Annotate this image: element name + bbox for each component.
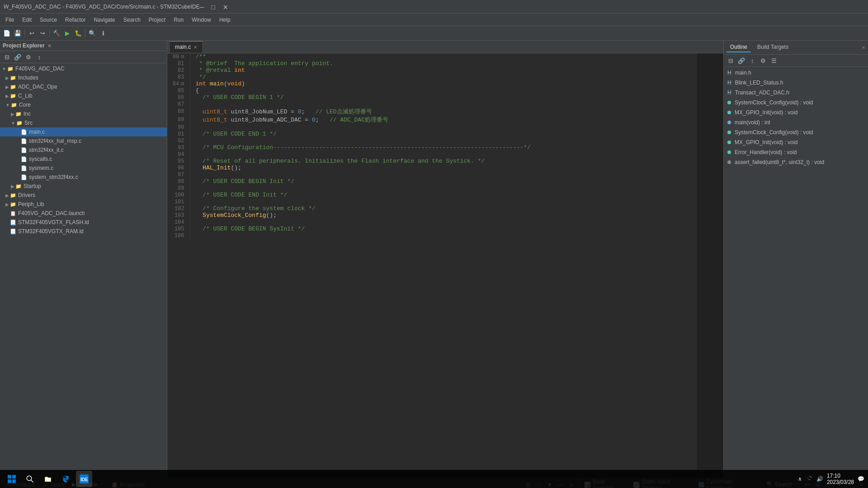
tree-item-system[interactable]: ▶ 📄 system_stm32f4xx.c <box>0 173 167 182</box>
outline-item-sysclock-def[interactable]: SystemClock_Config(void) : void <box>724 127 868 137</box>
line-95: 95 /* Reset of all peripherals. Initiali… <box>167 158 696 164</box>
pe-header: Project Explorer ✕ <box>0 41 167 51</box>
outline-item-blink-h[interactable]: H Blink_LED_Status.h <box>724 78 868 88</box>
tree-item-hal-msp[interactable]: ▶ 📄 stm32f4xx_hal_msp.c <box>0 136 167 145</box>
menu-source[interactable]: Source <box>36 15 61 25</box>
save-button[interactable]: 💾 <box>13 28 23 38</box>
outline-item-mx-gpio-init[interactable]: MX_GPIO_Init(void) : void <box>724 108 868 117</box>
line-content-98: /* USER CODE BEGIN Init */ <box>190 178 696 185</box>
menu-help[interactable]: Help <box>216 15 234 25</box>
outline-filter[interactable]: ⚙ <box>758 56 768 66</box>
outline-link-editor[interactable]: 🔗 <box>736 56 746 66</box>
tree-item-startup[interactable]: ▶ 📁 Startup <box>0 182 167 191</box>
outline-toolbar: ⊟ 🔗 ↕ ⚙ ☰ <box>724 55 868 67</box>
pe-sync[interactable]: ↕ <box>34 52 44 62</box>
menu-file[interactable]: File <box>2 15 18 25</box>
minimize-button[interactable]: ─ <box>199 4 206 10</box>
outline-item-main-void[interactable]: main(void) : int <box>724 117 868 127</box>
tree-item-syscalls[interactable]: ▶ 📄 syscalls.c <box>0 155 167 164</box>
svg-point-4 <box>27 476 32 481</box>
pe-link-editor[interactable]: 🔗 <box>13 52 23 62</box>
titlebar: W_F405VG_ADC_DAC - F405VG_ADC_DAC/Core/S… <box>0 0 868 14</box>
outline-collapse-all[interactable]: ⊟ <box>726 56 736 66</box>
tab-outline[interactable]: Outline <box>726 42 751 52</box>
func-dot-assert <box>727 160 731 164</box>
line-num-89: 89 <box>167 116 190 124</box>
outline-item-mx-gpio-def[interactable]: MX_GPIO_Init(void) : void <box>724 137 868 147</box>
tree-item-launch[interactable]: ▶ 📋 F405VG_ADC_DAC.launch <box>0 209 167 218</box>
menu-search[interactable]: Search <box>120 15 144 25</box>
tree-item-flash-ld[interactable]: ▶ 📃 STM32F405VGTX_FLASH.ld <box>0 218 167 227</box>
taskbar-search[interactable] <box>22 471 38 487</box>
line-content-95: /* Reset of all peripherals. Initializes… <box>190 158 696 164</box>
tree-item-drivers[interactable]: ▶ 📁 Drivers <box>0 191 167 200</box>
debug-button[interactable]: 🐛 <box>73 28 83 38</box>
outline-content: H main.h H Blink_LED_Status.h H Transact… <box>724 67 868 478</box>
menu-run[interactable]: Run <box>170 15 187 25</box>
tab-close-main-c[interactable]: ✕ <box>193 45 197 50</box>
tree-label-syscalls: syscalls.c <box>29 156 52 162</box>
outline-item-assert-failed[interactable]: assert_failed(uint8_t*, uint32_t) : void <box>724 157 868 167</box>
tree-label-it-c: stm32f4xx_it.c <box>29 147 64 153</box>
line-content-94 <box>190 151 696 158</box>
outline-settings[interactable]: ☰ <box>769 56 779 66</box>
tree-item-ram-ld[interactable]: ▶ 📃 STM32F405VGTX_RAM.ld <box>0 227 167 236</box>
run-button[interactable]: ▶ <box>62 28 72 38</box>
func-dot-gpio-init <box>727 111 731 114</box>
new-button[interactable]: 📄 <box>2 28 12 38</box>
undo-button[interactable]: ↩ <box>27 28 37 38</box>
tree-item-src[interactable]: ▼ 📁 Src <box>0 118 167 127</box>
outline-label-sysclock-config: SystemClock_Config(void) : void <box>735 99 813 106</box>
tree-item-root[interactable]: ▼ 📁 F405VG_ADC_DAC <box>0 64 167 73</box>
maximize-button[interactable]: □ <box>211 4 217 10</box>
line-103: 103 SystemClock_Config(); <box>167 212 696 219</box>
code-editor[interactable]: 80⊟ /** 81 * @brief The application entr… <box>167 53 696 478</box>
tree-item-sysmem[interactable]: ▶ 📄 sysmem.c <box>0 164 167 173</box>
outline-item-error-handler[interactable]: Error_Handler(void) : void <box>724 147 868 157</box>
tree-item-includes[interactable]: ▶ 📁 Includes <box>0 73 167 82</box>
taskbar-explorer[interactable] <box>40 471 56 487</box>
line-content-91: /* USER CODE END 1 */ <box>190 131 696 137</box>
pe-close[interactable]: ✕ <box>47 43 51 48</box>
line-100: 100 /* USER CODE END Init */ <box>167 192 696 198</box>
pe-filter[interactable]: ⚙ <box>24 52 33 62</box>
taskbar-notification[interactable]: 💬 <box>858 476 864 482</box>
menu-project[interactable]: Project <box>145 15 169 25</box>
line-num-100: 100 <box>167 192 190 198</box>
line-92: 92 <box>167 137 696 144</box>
outline-sort[interactable]: ↕ <box>747 56 757 66</box>
tree-item-main-c[interactable]: ▶ 📄 main.c <box>0 127 167 136</box>
build-button[interactable]: 🔨 <box>52 28 61 38</box>
tab-build-targets[interactable]: Build Targets <box>754 42 792 52</box>
info-button[interactable]: ℹ <box>98 28 108 38</box>
outline-label-transact-h: Transact_ADC_DAC.h <box>735 89 789 96</box>
menu-window[interactable]: Window <box>188 15 215 25</box>
line-content-83: */ <box>190 74 696 80</box>
close-button[interactable]: ✕ <box>223 4 229 10</box>
menu-edit[interactable]: Edit <box>19 15 35 25</box>
tree-item-clib[interactable]: ▶ 📁 C_Lib <box>0 91 167 100</box>
outline-item-main-h[interactable]: H main.h <box>724 68 868 78</box>
menu-navigate[interactable]: Navigate <box>90 15 118 25</box>
taskbar-chevron[interactable]: ∧ <box>798 476 802 482</box>
tree-label-flash-ld: STM32F405VGTX_FLASH.ld <box>18 219 89 225</box>
tab-main-c[interactable]: main.c ✕ <box>169 41 203 53</box>
outline-item-transact-h[interactable]: H Transact_ADC_DAC.h <box>724 88 868 98</box>
func-dot-sysclock <box>727 101 731 104</box>
outline-item-sysclock-config[interactable]: SystemClock_Config(void) : void <box>724 98 868 108</box>
pe-collapse-all[interactable]: ⊟ <box>2 52 12 62</box>
search-toolbar-button[interactable]: 🔍 <box>87 28 97 38</box>
tree-item-core[interactable]: ▼ 📁 Core <box>0 100 167 109</box>
menu-refactor[interactable]: Refactor <box>61 15 89 25</box>
tree-item-periph-lib[interactable]: ▶ 📁 Periph_Lib <box>0 200 167 209</box>
taskbar-edge[interactable] <box>58 471 74 487</box>
tree-item-adc-dac[interactable]: ▶ 📁 ADC_DAC_Ope <box>0 82 167 91</box>
outline-close[interactable]: ✕ <box>862 45 865 50</box>
line-99: 99 <box>167 185 696 192</box>
tree-item-inc[interactable]: ▶ 📁 Inc <box>0 109 167 118</box>
redo-button[interactable]: ↪ <box>38 28 47 38</box>
taskbar-ide[interactable]: IDE <box>76 471 92 487</box>
taskbar-start[interactable] <box>4 471 20 487</box>
header-icon-main-h: H <box>727 70 731 76</box>
tree-item-it-c[interactable]: ▶ 📄 stm32f4xx_it.c <box>0 145 167 155</box>
